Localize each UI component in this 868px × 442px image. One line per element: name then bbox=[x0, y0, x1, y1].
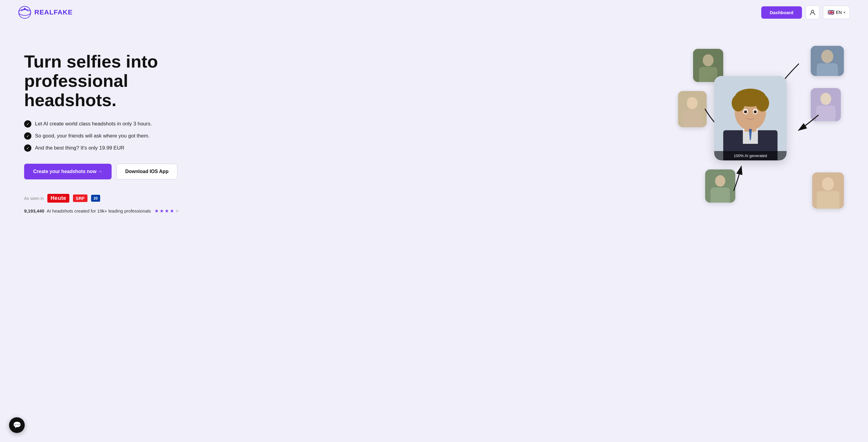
logo-text: REALFAKE bbox=[34, 8, 73, 16]
hero-title: Turn selfies into professional headshots… bbox=[24, 52, 211, 109]
svg-point-24 bbox=[754, 110, 757, 114]
ai-generated-label: 100% AI generated bbox=[714, 151, 786, 160]
svg-point-27 bbox=[820, 93, 831, 105]
person-photo-4 bbox=[811, 88, 841, 121]
svg-point-30 bbox=[715, 175, 725, 187]
photo-top-right bbox=[811, 46, 844, 76]
photo-mid-left bbox=[678, 91, 707, 127]
star-3: ★ bbox=[165, 208, 169, 214]
svg-point-3 bbox=[811, 10, 814, 13]
svg-point-5 bbox=[703, 54, 714, 66]
svg-rect-9 bbox=[817, 63, 838, 76]
chevron-down-icon: ▾ bbox=[843, 10, 845, 14]
cta-buttons: Create your headshots now → Download IOS… bbox=[24, 164, 211, 179]
check-icon-2: ✓ bbox=[24, 132, 31, 139]
navbar: REALFAKE Dashboard 🇬🇧 EN ▾ bbox=[0, 0, 868, 25]
star-4: ★ bbox=[170, 208, 174, 214]
chat-icon: 💬 bbox=[13, 421, 21, 429]
photo-center-ai: 100% AI generated bbox=[714, 76, 786, 160]
svg-point-8 bbox=[821, 50, 833, 63]
20min-badge: 20 bbox=[91, 195, 100, 202]
as-seen-area: As seen in Heute SRF 20 bbox=[24, 194, 211, 202]
person-photo-5 bbox=[705, 169, 735, 202]
svg-rect-6 bbox=[699, 67, 717, 82]
dashboard-button[interactable]: Dashboard bbox=[761, 6, 802, 19]
stats-text: AI headshots created for 19k+ leading pr… bbox=[47, 208, 151, 214]
hero-left: Turn selfies into professional headshots… bbox=[24, 43, 211, 214]
feature-item-3: ✓ And the best thing? It's only 19.99 EU… bbox=[24, 145, 211, 152]
star-2: ★ bbox=[159, 208, 164, 214]
heute-badge: Heute bbox=[48, 194, 69, 202]
account-icon bbox=[809, 9, 816, 16]
as-seen-label: As seen in bbox=[24, 196, 44, 201]
logo-icon bbox=[18, 6, 31, 19]
photo-bottom-left bbox=[705, 169, 735, 202]
nav-right: Dashboard 🇬🇧 EN ▾ bbox=[761, 5, 850, 19]
stats-row: 9,193,440 AI headshots created for 19k+ … bbox=[24, 208, 211, 214]
person-photo-2 bbox=[811, 46, 844, 76]
svg-point-23 bbox=[744, 110, 747, 114]
photo-collage: 100% AI generated bbox=[675, 40, 850, 215]
feature-item-2: ✓ So good, your friends will ask where y… bbox=[24, 132, 211, 139]
check-icon-1: ✓ bbox=[24, 120, 31, 128]
ai-headshot bbox=[714, 76, 786, 160]
svg-point-20 bbox=[756, 95, 769, 112]
feature-item-1: ✓ Let AI create world class headshots in… bbox=[24, 120, 211, 128]
svg-rect-28 bbox=[816, 105, 835, 121]
photo-bottom-right bbox=[812, 172, 844, 209]
hero-section: Turn selfies into professional headshots… bbox=[0, 25, 868, 236]
star-5: ★ bbox=[175, 208, 179, 214]
logo[interactable]: REALFAKE bbox=[18, 6, 73, 19]
srf-badge: SRF bbox=[73, 194, 88, 202]
stars: ★ ★ ★ ★ ★ bbox=[154, 208, 179, 214]
photo-mid-right bbox=[811, 88, 841, 121]
person-photo-6 bbox=[812, 172, 844, 209]
svg-rect-34 bbox=[817, 191, 839, 209]
svg-point-1 bbox=[19, 9, 31, 15]
feature-list: ✓ Let AI create world class headshots in… bbox=[24, 120, 211, 152]
flag-icon: 🇬🇧 bbox=[828, 9, 834, 16]
stats-number: 9,193,440 bbox=[24, 208, 44, 214]
chat-bubble[interactable]: 💬 bbox=[9, 417, 25, 433]
svg-point-19 bbox=[732, 95, 745, 112]
svg-point-11 bbox=[687, 97, 698, 109]
svg-rect-31 bbox=[711, 188, 730, 202]
create-headshots-button[interactable]: Create your headshots now → bbox=[24, 164, 112, 179]
check-icon-3: ✓ bbox=[24, 145, 31, 152]
account-button[interactable] bbox=[806, 5, 819, 19]
download-ios-button[interactable]: Download IOS App bbox=[116, 164, 177, 179]
person-photo-3 bbox=[678, 91, 707, 127]
svg-point-33 bbox=[822, 177, 834, 191]
star-1: ★ bbox=[154, 208, 159, 214]
lang-code: EN bbox=[836, 10, 842, 15]
language-selector[interactable]: 🇬🇧 EN ▾ bbox=[823, 6, 850, 19]
svg-rect-12 bbox=[683, 110, 702, 127]
